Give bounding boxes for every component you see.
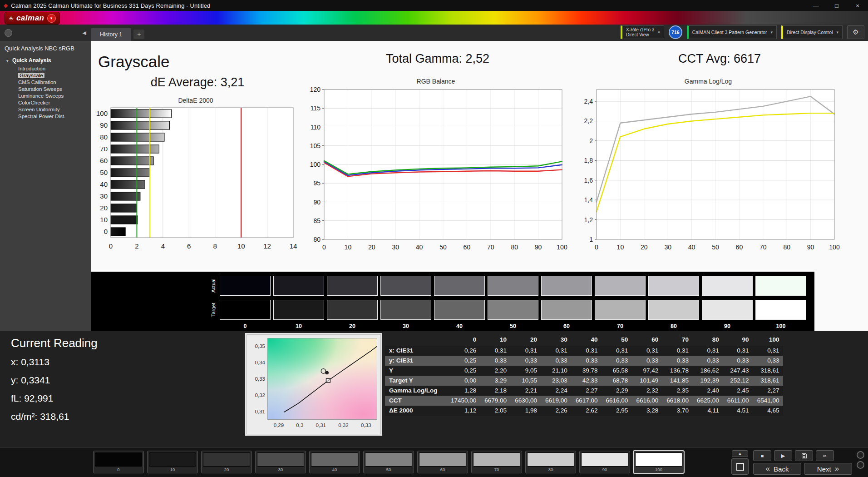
device-selectors: X-Rite i1Pro 3 Direct View ▾ 716 CalMAN … bbox=[621, 25, 868, 41]
sidebar-item-label: CMS Calibration bbox=[18, 80, 56, 85]
pattern-button-40[interactable]: 40 bbox=[309, 451, 360, 473]
pattern-up-button[interactable]: ▲ bbox=[732, 450, 748, 457]
back-button[interactable]: « Back bbox=[753, 463, 801, 475]
pattern-button-0[interactable]: 0 bbox=[93, 451, 144, 473]
pattern-button-60[interactable]: 60 bbox=[417, 451, 468, 473]
window-controls: — □ × bbox=[805, 0, 868, 11]
svg-text:30: 30 bbox=[100, 192, 108, 200]
toolbar-scroll-dots bbox=[857, 450, 864, 469]
sidebar-item-colorchecker[interactable]: ColorChecker bbox=[0, 99, 91, 106]
svg-text:60: 60 bbox=[100, 157, 108, 164]
tree-root-quick-analysis[interactable]: ▾ Quick Analysis bbox=[0, 55, 91, 65]
svg-text:1,6: 1,6 bbox=[584, 177, 593, 184]
table-cell: 0,33 bbox=[541, 356, 572, 366]
meter-id-badge[interactable]: 716 bbox=[669, 25, 682, 39]
sidebar-item-cms-calibration[interactable]: CMS Calibration bbox=[0, 79, 91, 85]
svg-text:105: 105 bbox=[310, 142, 321, 149]
target-swatch-0 bbox=[220, 300, 271, 320]
sidebar-item-luminance-sweeps[interactable]: Luminance Sweeps bbox=[0, 92, 91, 99]
link-button[interactable]: ∞ bbox=[816, 450, 834, 461]
workflow-title: Quick Analysis NBC sRGB bbox=[0, 41, 91, 55]
calman-logo-button[interactable]: ✳ calman ▾ bbox=[5, 12, 60, 25]
pattern-button-80[interactable]: 80 bbox=[525, 451, 576, 473]
table-cell: 2,40 bbox=[693, 386, 723, 396]
reading-line: y: 0,3341 bbox=[11, 375, 98, 386]
minimize-button[interactable]: — bbox=[805, 0, 826, 11]
pattern-button-90[interactable]: 90 bbox=[579, 451, 630, 473]
sidebar-item-label: Luminance Sweeps bbox=[18, 93, 64, 99]
pattern-window-button[interactable] bbox=[731, 458, 749, 475]
table-cell: 42,33 bbox=[572, 376, 602, 386]
svg-text:2,4: 2,4 bbox=[584, 98, 593, 105]
grayscale-swatch-strip: ActualTarget0102030405060708090100 bbox=[91, 272, 814, 331]
logo-menu-caret-icon[interactable]: ▾ bbox=[47, 14, 56, 23]
titlebar: ◆ Calman 2025 Calman Ultimate for Busine… bbox=[0, 0, 868, 11]
stop-button[interactable]: ■ bbox=[753, 450, 771, 461]
pattern-generator-selector[interactable]: CalMAN Client 3 Pattern Generator ▾ bbox=[687, 25, 777, 39]
pattern-button-100[interactable]: 100 bbox=[633, 451, 684, 473]
next-button[interactable]: Next » bbox=[804, 463, 852, 475]
pattern-button-50[interactable]: 50 bbox=[363, 451, 414, 473]
table-cell: 21,10 bbox=[541, 366, 572, 376]
sidebar-item-grayscale[interactable]: Grayscale bbox=[0, 72, 91, 79]
strip-column-label: 60 bbox=[541, 323, 592, 329]
gamma-chart-host: 010203040506070809010011,21,41,61,822,22… bbox=[577, 85, 840, 254]
svg-text:1: 1 bbox=[589, 236, 593, 243]
table-cell: 0,31 bbox=[723, 346, 753, 356]
current-reading-title: Current Reading bbox=[11, 336, 98, 350]
pattern-button-20[interactable]: 20 bbox=[201, 451, 252, 473]
close-button[interactable]: × bbox=[847, 0, 868, 11]
table-cell: 0,33 bbox=[602, 356, 632, 366]
svg-text:2: 2 bbox=[589, 137, 593, 144]
table-cell: 17450,00 bbox=[447, 396, 480, 406]
meter-selector[interactable]: X-Rite i1Pro 3 Direct View ▾ bbox=[621, 25, 664, 39]
table-row--e-2000: ΔE 20001,122,051,982,262,622,953,283,704… bbox=[385, 406, 783, 416]
calman-window: ◆ Calman 2025 Calman Ultimate for Busine… bbox=[0, 0, 868, 477]
sidebar-item-spectral-power-dist-[interactable]: Spectral Power Dist. bbox=[0, 113, 91, 119]
svg-text:70: 70 bbox=[100, 145, 108, 153]
scroll-down-circle-button[interactable] bbox=[857, 461, 864, 469]
target-swatch-10 bbox=[273, 300, 324, 320]
pattern-button-label: 50 bbox=[386, 467, 391, 472]
sidebar-item-saturation-sweeps[interactable]: Saturation Sweeps bbox=[0, 85, 91, 92]
save-button[interactable] bbox=[795, 450, 813, 461]
svg-text:70: 70 bbox=[487, 243, 494, 251]
sidebar-item-label: Introduction bbox=[18, 66, 45, 71]
sidebar-item-screen-uniformity[interactable]: Screen Uniformity bbox=[0, 106, 91, 113]
table-cell: 2,20 bbox=[480, 366, 511, 376]
table-cell: 0,33 bbox=[662, 356, 693, 366]
table-row-label: ΔE 2000 bbox=[385, 406, 447, 416]
pattern-swatch bbox=[419, 452, 466, 467]
table-cell: 0,33 bbox=[572, 356, 602, 366]
save-icon bbox=[801, 453, 807, 459]
tab-history-1[interactable]: History 1 bbox=[91, 28, 131, 41]
sidebar-collapse-icon[interactable]: ◀ bbox=[83, 30, 86, 36]
cie-y-tick: 0,35 bbox=[255, 343, 265, 349]
nav-buttons: « Back Next » bbox=[753, 463, 852, 475]
svg-text:0: 0 bbox=[595, 243, 598, 251]
sidebar-item-label: Screen Uniformity bbox=[18, 107, 59, 112]
add-tab-button[interactable]: + bbox=[133, 30, 144, 39]
pattern-button-70[interactable]: 70 bbox=[471, 451, 522, 473]
pattern-button-10[interactable]: 10 bbox=[147, 451, 198, 473]
rgb-balance-panel: Total Gamma: 2,52 RGB Balance 0102030405… bbox=[304, 41, 571, 272]
sidebar-item-introduction[interactable]: Introduction bbox=[0, 65, 91, 72]
pattern-button-30[interactable]: 30 bbox=[255, 451, 306, 473]
workflow-menu-button[interactable] bbox=[5, 29, 12, 37]
table-row-gamma-log-log: Gamma Log/Log1,282,182,212,242,272,292,3… bbox=[385, 386, 783, 396]
deltae-bar-50 bbox=[111, 169, 149, 177]
table-cell: 0,31 bbox=[511, 346, 541, 356]
maximize-button[interactable]: □ bbox=[826, 0, 847, 11]
play-button[interactable]: ▶ bbox=[774, 450, 792, 461]
pattern-swatch bbox=[149, 452, 196, 467]
svg-text:0: 0 bbox=[104, 228, 108, 235]
display-control-selector[interactable]: Direct Display Control ▾ bbox=[781, 25, 843, 39]
table-cell: 0,31 bbox=[480, 346, 511, 356]
de-average-heading: dE Average: 3,21 bbox=[91, 75, 304, 89]
table-row-label: Y bbox=[385, 366, 447, 376]
settings-gear-button[interactable]: ⚙ bbox=[847, 25, 864, 39]
cie-y-tick: 0,32 bbox=[255, 393, 265, 398]
charts-row: Grayscale dE Average: 3,21 DeltaE 2000 0… bbox=[91, 41, 868, 272]
scroll-up-circle-button[interactable] bbox=[857, 451, 864, 459]
table-cell: 0,33 bbox=[480, 356, 511, 366]
